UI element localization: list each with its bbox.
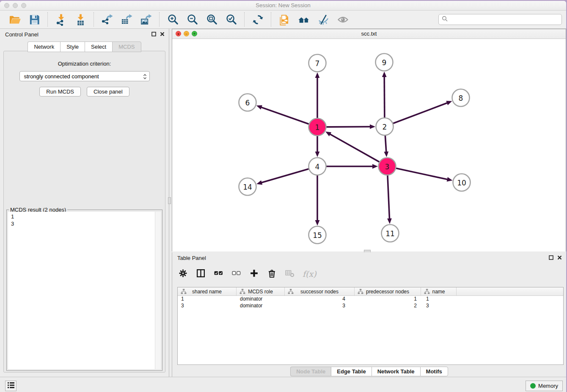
graph-node-label: 4	[315, 163, 320, 171]
function-builder-icon: f(x)	[303, 269, 317, 279]
graph-node-label: 11	[385, 229, 395, 238]
network-canvas[interactable]: 7968124314101511	[172, 39, 566, 251]
tab-motifs[interactable]: Motifs	[420, 367, 448, 376]
float-panel-icon[interactable]	[151, 32, 156, 36]
tab-mcds[interactable]: MCDS	[112, 41, 141, 52]
run-mcds-button[interactable]: Run MCDS	[39, 87, 81, 97]
network-graph[interactable]: 7968124314101511	[172, 39, 566, 251]
delete-table-icon	[285, 268, 295, 279]
column-label: name	[432, 289, 445, 295]
edge-arrowhead	[382, 72, 387, 77]
table-cell: dominator	[237, 303, 285, 309]
deselect-all-button[interactable]	[231, 268, 241, 279]
table-cell: dominator	[237, 296, 285, 303]
edge-arrowhead	[384, 152, 388, 157]
node-table-body: 1dominator4113dominator323	[178, 296, 563, 309]
export-network-button[interactable]	[100, 13, 114, 26]
search-field[interactable]	[438, 14, 562, 25]
export-table-button[interactable]	[120, 13, 133, 26]
table-row[interactable]: 3dominator323	[178, 303, 563, 309]
add-column-button[interactable]	[249, 268, 259, 279]
tab-network-table[interactable]: Network Table	[372, 367, 420, 376]
column-header-successor-nodes[interactable]: successor nodes	[285, 287, 355, 295]
search-icon	[442, 16, 448, 23]
edge-2-8[interactable]	[393, 102, 448, 123]
vertical-splitter-handle[interactable]	[168, 197, 171, 204]
refresh-button[interactable]	[251, 13, 264, 26]
graph-node-label: 6	[245, 99, 250, 107]
graph-node-label: 8	[459, 94, 463, 102]
column-label: MCDS role	[248, 289, 273, 295]
edge-2-3[interactable]	[385, 135, 386, 153]
status-bar: Memory	[0, 377, 566, 392]
table-close-panel-icon[interactable]	[557, 255, 562, 260]
split-columns-button[interactable]	[196, 268, 206, 279]
edge-2-9[interactable]	[384, 76, 385, 118]
edge-1-2[interactable]	[326, 127, 371, 127]
table-cell: 3	[421, 303, 457, 309]
criterion-select[interactable]: strongly connected component	[19, 71, 150, 81]
zoom-in-button[interactable]	[166, 13, 179, 26]
table-float-panel-icon[interactable]	[549, 255, 553, 260]
toolbar-divider	[271, 12, 271, 27]
task-history-button[interactable]	[5, 381, 17, 391]
edge-3-10[interactable]	[396, 168, 449, 179]
home-neighbors-button[interactable]	[297, 13, 311, 26]
hierarchy-icon	[181, 289, 187, 295]
app-title: Session: New Session	[0, 2, 566, 8]
network-overview-button[interactable]	[278, 13, 291, 26]
delete-column-button[interactable]	[267, 268, 277, 279]
edge-3-11[interactable]	[388, 175, 390, 220]
graph-node-label: 14	[243, 183, 252, 191]
deselect-all-icon	[231, 268, 241, 279]
show-all-button	[336, 13, 350, 26]
split-columns-icon	[196, 268, 206, 279]
export-table-icon	[121, 14, 133, 26]
mcds-result-area[interactable]: 13	[8, 212, 161, 369]
control-panel-tabs: NetworkStyleSelectMCDS	[0, 41, 169, 52]
edge-4-14[interactable]	[261, 169, 309, 183]
column-header-name[interactable]: name	[421, 287, 457, 295]
import-table-button[interactable]	[74, 13, 87, 26]
hide-selected-button[interactable]	[317, 13, 330, 26]
zoom-out-button[interactable]	[185, 13, 199, 26]
graph-node-label: 3	[385, 163, 390, 171]
column-header-MCDS-role[interactable]: MCDS role	[237, 287, 285, 295]
tab-node-table[interactable]: Node Table	[290, 367, 331, 376]
edge-3-1[interactable]	[329, 134, 380, 162]
toolbar-divider	[159, 12, 160, 27]
edge-1-6[interactable]	[260, 107, 309, 124]
open-file-button[interactable]	[8, 13, 22, 26]
tab-style[interactable]: Style	[60, 41, 85, 52]
result-scrollbar[interactable]	[155, 212, 161, 369]
export-image-button[interactable]	[139, 13, 153, 26]
export-image-icon	[140, 14, 152, 26]
toolbar-divider	[94, 12, 94, 27]
import-table-icon	[74, 14, 87, 26]
settings-button[interactable]	[178, 268, 188, 279]
column-header-predecessor-nodes[interactable]: predecessor nodes	[355, 287, 421, 295]
select-stepper-icon	[143, 73, 147, 81]
open-file-icon	[9, 14, 21, 26]
tab-edge-table[interactable]: Edge Table	[331, 367, 371, 376]
tab-network[interactable]: Network	[28, 41, 60, 52]
close-panel-button[interactable]: Close panel	[87, 87, 129, 97]
graph-node-label: 10	[457, 179, 466, 187]
tab-select[interactable]: Select	[85, 41, 112, 52]
close-panel-icon[interactable]	[160, 32, 165, 36]
table-cell: 1	[178, 296, 237, 303]
table-toolbar: f(x)	[178, 267, 317, 281]
zoom-selected-button[interactable]	[224, 13, 238, 26]
table-row[interactable]: 1dominator411	[178, 296, 563, 303]
save-session-button[interactable]	[28, 13, 41, 26]
import-network-button[interactable]	[54, 13, 68, 26]
network-window-titlebar[interactable]: x – + scc.txt	[172, 29, 566, 39]
result-line: 1	[11, 213, 158, 220]
network-view-window: x – + scc.txt 7968124314101511	[172, 29, 566, 251]
select-all-button[interactable]	[214, 268, 223, 279]
column-header-shared-name[interactable]: shared name	[178, 287, 237, 295]
zoom-fit-button[interactable]	[205, 13, 218, 26]
column-label: shared name	[192, 289, 222, 295]
search-input[interactable]	[450, 15, 561, 24]
memory-button[interactable]: Memory	[526, 381, 563, 391]
